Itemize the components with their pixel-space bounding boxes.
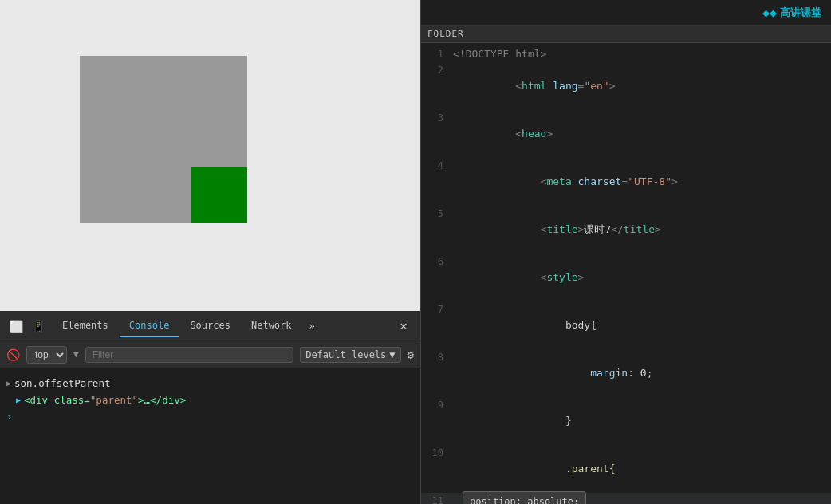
code-line-11: 11 position: absolute; position: absolut… [421,493,831,504]
settings-icon[interactable]: ⚙ [408,348,414,361]
line-num-11: 11 [421,493,453,504]
code-line-10: 10 .parent{ [421,445,831,493]
devtools-bottom: ⬜ 📱 Elements Console Sources Network » ✕… [0,311,420,504]
inspect-icon[interactable]: ⬜ [6,317,26,336]
code-line-9: 9 } [421,397,831,445]
code-content-3: <head> [453,110,831,158]
code-editor[interactable]: 1 <!DOCTYPE html> 2 <html lang="en"> 3 <… [421,43,831,504]
tab-network[interactable]: Network [242,315,301,337]
console-output: ▶ son.offsetParent ▶ <div class="parent"… [0,368,420,504]
preview-area [0,0,420,311]
code-line-2: 2 <html lang="en"> [421,62,831,110]
logo-area: ◆◆ 高讲课堂 [421,0,831,26]
tab-sources[interactable]: Sources [180,315,240,337]
console-prompt[interactable]: › [0,408,420,425]
line-num-10: 10 [421,445,453,461]
app-root: ⬜ 📱 Elements Console Sources Network » ✕… [0,0,831,504]
line-num-1: 1 [421,46,453,62]
default-levels-label: Default levels [305,349,386,360]
son-box [191,167,247,223]
folder-header: FOLDER [421,26,831,43]
line-num-7: 7 [421,301,453,317]
left-section: ⬜ 📱 Elements Console Sources Network » ✕… [0,0,421,504]
code-content-10: .parent{ [453,445,831,493]
console-line-1[interactable]: ▶ son.offsetParent [0,375,420,392]
line-num-4: 4 [421,158,453,174]
console-value-2: <div class="parent">…</div> [24,394,186,406]
code-content-1: <!DOCTYPE html> [453,46,831,62]
code-content-2: <html lang="en"> [453,62,831,110]
code-content-5: <title>课时7</title> [453,206,831,254]
tab-elements[interactable]: Elements [53,315,118,337]
tooltip-box: position: absolute; [463,491,586,504]
line-num-2: 2 [421,62,453,78]
console-line-2[interactable]: ▶ <div class="parent">…</div> [0,392,420,408]
devtools-icons-group: ⬜ 📱 [6,317,48,336]
console-value-1: son.offsetParent [14,377,110,389]
line-num-3: 3 [421,110,453,126]
code-content-8: margin: 0; [453,349,831,397]
code-line-5: 5 <title>课时7</title> [421,206,831,254]
tab-more[interactable]: » [303,316,321,337]
code-content-7: body{ [453,301,831,349]
tab-console[interactable]: Console [120,315,179,337]
code-line-3: 3 <head> [421,110,831,158]
top-filter-select[interactable]: top [26,346,67,364]
line-num-8: 8 [421,349,453,365]
code-content-4: <meta charset="UTF-8"> [453,158,831,206]
code-content-6: <style> [453,254,831,301]
device-icon[interactable]: 📱 [29,317,48,336]
code-line-4: 4 <meta charset="UTF-8"> [421,158,831,206]
expand-triangle-2: ▶ [16,396,21,404]
expand-triangle-1: ▶ [6,379,11,388]
devtools-tabs-bar: ⬜ 📱 Elements Console Sources Network » ✕ [0,311,420,341]
line-num-5: 5 [421,206,453,222]
default-levels-select[interactable]: Default levels ▼ [300,347,400,363]
parent-box [80,56,247,223]
ban-icon[interactable]: 🚫 [6,348,20,361]
levels-arrow: ▼ [389,349,395,360]
console-filter-bar: 🚫 top ▼ Default levels ▼ ⚙ [0,341,420,368]
logo-icon: ◆◆ [762,6,777,20]
filter-input[interactable] [85,347,294,363]
code-line-6: 6 <style> [421,254,831,301]
code-line-1: 1 <!DOCTYPE html> [421,46,831,62]
code-content-9: } [453,397,831,445]
line-num-9: 9 [421,397,453,413]
code-line-7: 7 body{ [421,301,831,349]
code-line-8: 8 margin: 0; [421,349,831,397]
devtools-close-button[interactable]: ✕ [393,315,414,337]
prompt-caret: › [6,411,13,423]
line-num-6: 6 [421,254,453,270]
logo-text: 高讲课堂 [780,6,821,20]
right-section: ◆◆ 高讲课堂 FOLDER 1 <!DOCTYPE html> 2 <html… [421,0,831,504]
filter-dropdown-arrow: ▼ [73,349,79,360]
